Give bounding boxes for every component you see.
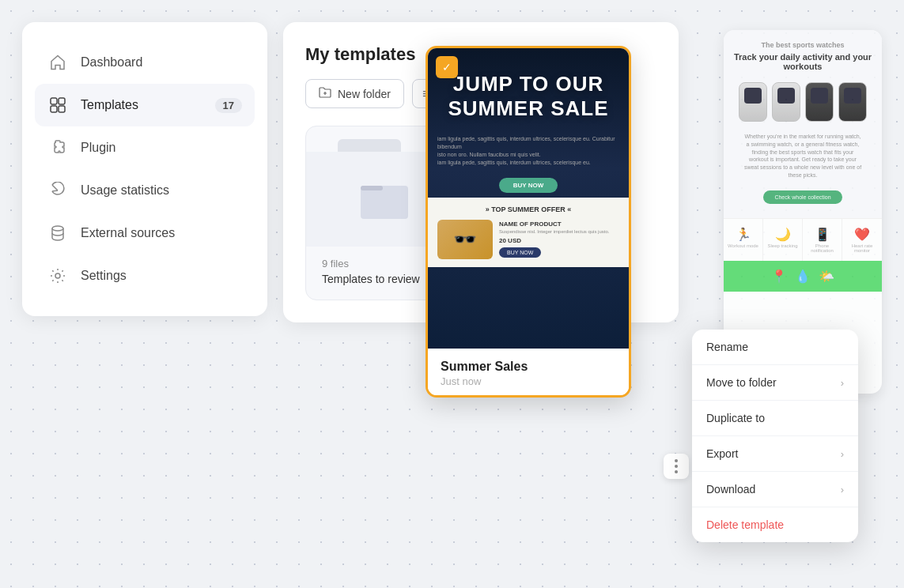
svg-rect-6 [361,186,408,219]
template-body-text: iam ligula pede, sagittis quis, interdum… [428,129,629,172]
feature-icons-grid: 🏃 Workout mode 🌙 Sleep tracking 📱 Phone … [724,218,882,261]
bg-template-top: The best sports watches Track your daily… [724,30,882,218]
three-dots-button[interactable] [664,454,689,479]
svg-rect-1 [59,98,65,104]
dot-1 [675,459,678,462]
heart-rate-icon-cell: ❤️ Heart rate monitor [842,219,882,261]
sleep-tracking-icon-cell: 🌙 Sleep tracking [763,219,803,261]
context-menu-move-to-folder[interactable]: Move to folder › [692,365,858,400]
move-to-folder-label: Move to folder [706,376,777,389]
template-title: Summer Sales [441,360,616,374]
watch-dark-2 [838,82,867,122]
water-icon: 💧 [795,269,811,284]
phone-notification-icon-cell: 📱 Phone notification [803,219,842,261]
sidebar-item-settings-label: Settings [81,269,127,283]
sidebar-item-templates-label: Templates [81,98,138,112]
template-hero: JUMP TO OUR SUMMER SALE [428,48,629,129]
duplicate-to-label: Duplicate to [706,412,765,424]
template-image-area: JUMP TO OUR SUMMER SALE iam ligula pede,… [428,48,629,349]
sleep-tracking-icon: 🌙 [766,227,799,242]
dot-3 [675,470,678,473]
context-menu-export[interactable]: Export › [692,436,858,471]
location-icon: 📍 [771,269,787,284]
download-label: Download [706,483,755,496]
home-icon [47,52,68,73]
new-folder-button[interactable]: New folder [305,79,404,108]
svg-rect-3 [59,106,65,112]
buy-now-button-2[interactable]: BUY NOW [499,247,541,258]
sidebar-item-usage-statistics[interactable]: Usage statistics [35,169,255,212]
watch-dark-1 [805,82,834,122]
puzzle-icon [47,138,68,158]
phone-notification-icon: 📱 [806,227,838,242]
product-name: NAME OF PRODUCT [499,220,609,228]
product-info: NAME OF PRODUCT Suspendisse nisl. Intege… [499,220,609,258]
bg-bottom-strip: 📍 💧 🌤️ [724,261,882,292]
offer-title: » TOP SUMMER OFFER « [437,205,619,213]
svg-point-4 [52,226,63,231]
dot-2 [675,465,678,468]
sidebar-item-usage-statistics-label: Usage statistics [81,183,169,198]
database-icon [47,223,68,243]
sleep-tracking-label: Sleep tracking [766,243,799,248]
main-content: My templates New folder ≡ [283,22,882,566]
sidebar-item-dashboard[interactable]: Dashboard [35,41,255,84]
bg-template-subtitle: The best sports watches [733,41,872,49]
context-menu-download[interactable]: Download › [692,472,858,507]
watch-silver-1 [739,82,767,122]
context-menu-rename[interactable]: Rename [692,330,858,364]
weather-icon: 🌤️ [819,269,834,284]
templates-badge: 17 [215,98,242,113]
sidebar: Dashboard Templates 17 Plugin [22,22,267,316]
rename-label: Rename [706,341,748,353]
gear-icon [47,266,68,286]
chevron-right-icon-1: › [841,377,844,389]
chevron-right-icon-2: › [841,448,844,460]
new-folder-label: New folder [338,88,391,100]
product-image [437,220,493,259]
svg-rect-7 [361,186,383,190]
delete-template-label: Delete template [706,518,784,531]
buy-now-button-1[interactable]: BUY NOW [499,178,558,193]
svg-rect-2 [51,106,57,112]
sidebar-item-external-sources-label: External sources [81,226,175,240]
export-label: Export [706,447,738,460]
workout-mode-label: Workout mode [727,243,759,248]
template-check-badge: ✓ [436,56,458,78]
sidebar-item-settings[interactable]: Settings [35,254,255,297]
chart-icon [47,180,68,201]
bg-template-title: Track your daily activity and your worko… [733,52,872,71]
product-desc: Suspendisse nisl. Integer imperdiet lect… [499,229,609,236]
sidebar-item-plugin[interactable]: Plugin [35,126,255,169]
grid-icon [47,95,68,115]
folder-plus-icon [319,86,331,101]
workout-mode-icon: 🏃 [727,227,759,242]
folder-tab [338,139,401,152]
svg-point-5 [55,273,60,278]
phone-notification-label: Phone notification [806,243,838,253]
template-info: Summer Sales Just now [428,349,629,395]
chevron-right-icon-3: › [841,484,844,496]
selected-template-card[interactable]: ✓ JUMP TO OUR SUMMER SALE iam ligula ped… [426,46,631,398]
watches-row [733,76,872,128]
context-menu-duplicate-to[interactable]: Duplicate to [692,401,858,435]
context-menu-delete-template[interactable]: Delete template [692,507,858,542]
sidebar-item-external-sources[interactable]: External sources [35,212,255,254]
product-price: 20 USD [499,237,609,244]
check-collection-button[interactable]: Check whole collection [763,190,842,204]
sidebar-item-templates[interactable]: Templates 17 [35,84,255,126]
heart-rate-icon: ❤️ [845,227,879,242]
template-hero-line1: JUMP TO OUR SUMMER SALE [444,72,613,121]
template-time: Just now [441,375,616,387]
bg-template-desc: Whether you're in the market for running… [733,128,872,184]
offer-section: » TOP SUMMER OFFER « NAME OF PRODUCT Sus… [428,198,629,267]
watch-silver-2 [772,82,800,122]
workout-mode-icon-cell: 🏃 Workout mode [724,219,763,261]
sidebar-item-dashboard-label: Dashboard [81,55,142,70]
sidebar-item-plugin-label: Plugin [81,141,115,155]
heart-rate-label: Heart rate monitor [845,243,879,253]
svg-rect-0 [51,98,57,104]
product-row: NAME OF PRODUCT Suspendisse nisl. Intege… [437,220,619,259]
context-menu: Rename Move to folder › Duplicate to Exp… [692,330,858,542]
